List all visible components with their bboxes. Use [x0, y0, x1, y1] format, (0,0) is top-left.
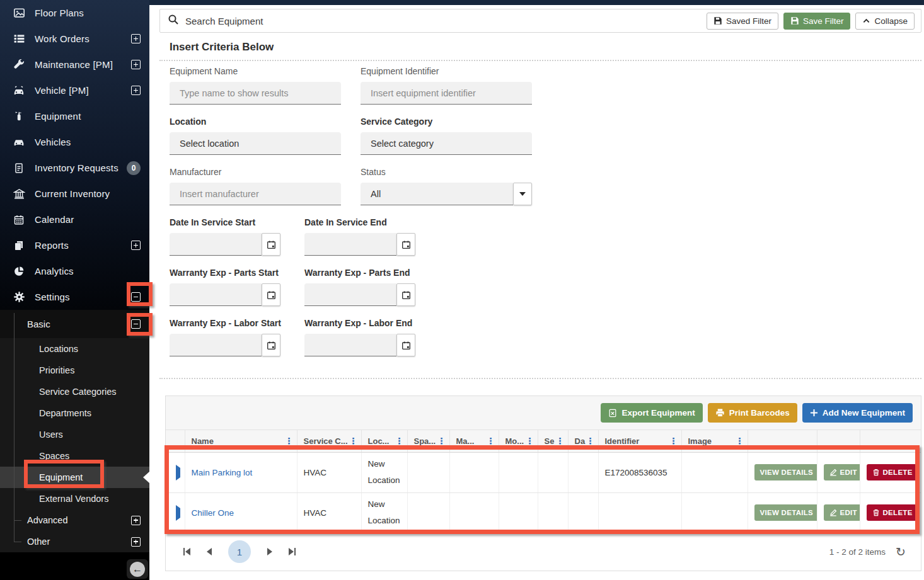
- dotted-divider: [159, 378, 921, 379]
- collapse-minus-icon[interactable]: [131, 292, 141, 302]
- warranty-parts-start-input[interactable]: [170, 283, 280, 306]
- column-menu-icon[interactable]: ⋮: [556, 436, 565, 446]
- collapse-minus-icon[interactable]: [131, 319, 141, 329]
- column-header-identifier[interactable]: Identifier⋮: [598, 430, 681, 452]
- last-page-button[interactable]: [289, 548, 296, 555]
- search-bar[interactable]: Search Equipment Saved Filter Save Filte…: [159, 9, 921, 33]
- column-header-model[interactable]: Mo...⋮: [499, 430, 538, 452]
- dropdown-arrow-button[interactable]: [513, 183, 532, 205]
- warranty-labor-start-input[interactable]: [170, 334, 280, 356]
- collapse-sidebar-button[interactable]: ←: [127, 559, 148, 579]
- delete-button[interactable]: DELETE: [867, 504, 918, 521]
- calendar-button[interactable]: [262, 283, 280, 306]
- sidebar-item-other[interactable]: Other: [0, 531, 149, 552]
- column-menu-icon[interactable]: ⋮: [349, 436, 358, 446]
- sidebar-item-users[interactable]: Users: [0, 424, 149, 445]
- sidebar-item-calendar[interactable]: Calendar: [0, 207, 149, 232]
- expand-plus-icon[interactable]: [131, 34, 141, 43]
- sidebar-item-label: Inventory Requests: [35, 162, 127, 173]
- calendar-button[interactable]: [396, 233, 415, 256]
- calendar-button[interactable]: [396, 334, 415, 356]
- sidebar-item-equipment-settings[interactable]: Equipment: [0, 467, 149, 488]
- calendar-button[interactable]: [262, 233, 280, 256]
- sidebar-item-equipment[interactable]: Equipment: [0, 103, 149, 129]
- sidebar-item-departments[interactable]: Departments: [0, 402, 149, 424]
- cell-manufacturer: [449, 452, 499, 492]
- sidebar-item-analytics[interactable]: Analytics: [0, 258, 149, 284]
- equipment-name-link[interactable]: Chiller One: [192, 508, 234, 518]
- sidebar-item-floor-plans[interactable]: Floor Plans: [0, 0, 149, 26]
- calendar-button[interactable]: [396, 283, 415, 306]
- column-menu-icon[interactable]: ⋮: [487, 436, 495, 446]
- saved-filter-button[interactable]: Saved Filter: [707, 13, 778, 30]
- calendar-button[interactable]: [262, 334, 280, 356]
- column-header-manufacturer[interactable]: Ma...⋮: [449, 430, 499, 452]
- expand-plus-icon[interactable]: [131, 537, 141, 547]
- sidebar-item-vehicles[interactable]: Vehicles: [0, 129, 149, 155]
- delete-button[interactable]: DELETE: [867, 464, 918, 480]
- manufacturer-input[interactable]: [170, 183, 341, 205]
- row-expand-icon[interactable]: [176, 505, 180, 521]
- column-menu-icon[interactable]: ⋮: [285, 436, 294, 446]
- status-dropdown[interactable]: All: [361, 183, 532, 205]
- date-in-service-start-input[interactable]: [170, 233, 280, 256]
- warranty-labor-start-label: Warranty Exp - Labor Start: [170, 318, 280, 328]
- warranty-parts-end-input[interactable]: [304, 283, 415, 306]
- sidebar-item-settings[interactable]: Settings: [0, 284, 149, 310]
- sidebar-item-work-orders[interactable]: Work Orders: [0, 26, 149, 52]
- add-new-equipment-button[interactable]: Add New Equipment: [802, 403, 913, 423]
- column-header-service-category[interactable]: Service C...⋮: [297, 430, 361, 452]
- expand-plus-icon[interactable]: [131, 516, 141, 525]
- expand-plus-icon[interactable]: [131, 241, 141, 250]
- column-header-space[interactable]: Spa...⋮: [407, 430, 449, 452]
- next-page-button[interactable]: [267, 548, 272, 555]
- previous-page-button[interactable]: [207, 548, 212, 555]
- column-header-date[interactable]: Da⋮: [568, 430, 598, 452]
- expand-plus-icon[interactable]: [131, 60, 141, 69]
- search-input[interactable]: Search Equipment: [185, 16, 707, 26]
- edit-button[interactable]: EDIT: [824, 504, 860, 521]
- sidebar-item-maintenance-pm[interactable]: Maintenance [PM]: [0, 52, 149, 77]
- service-category-select[interactable]: Select category: [361, 132, 532, 155]
- first-page-button[interactable]: [183, 548, 190, 555]
- sidebar-item-service-categories[interactable]: Service Categories: [0, 381, 149, 402]
- edit-button[interactable]: EDIT: [824, 464, 860, 480]
- sidebar-item-spaces[interactable]: Spaces: [0, 445, 149, 467]
- expand-plus-icon[interactable]: [131, 86, 141, 95]
- chevron-up-icon: [862, 17, 870, 25]
- sidebar-item-current-inventory[interactable]: Current Inventory: [0, 181, 149, 207]
- column-header-image[interactable]: Image⋮: [681, 430, 748, 452]
- column-menu-icon[interactable]: ⋮: [526, 436, 534, 446]
- sidebar-item-external-vendors[interactable]: External Vendors: [0, 488, 149, 509]
- column-menu-icon[interactable]: ⋮: [437, 436, 446, 446]
- equipment-name-input[interactable]: [170, 82, 341, 105]
- column-header-location[interactable]: Loc...⋮: [361, 430, 407, 452]
- sidebar-item-priorities[interactable]: Priorities: [0, 360, 149, 381]
- column-header-name[interactable]: Name⋮: [185, 430, 297, 452]
- warranty-labor-end-input[interactable]: [304, 334, 415, 356]
- equipment-name-link[interactable]: Main Parking lot: [192, 468, 253, 477]
- row-expand-icon[interactable]: [176, 465, 180, 480]
- column-menu-icon[interactable]: ⋮: [669, 436, 678, 446]
- sidebar-item-basic[interactable]: Basic: [0, 310, 149, 338]
- column-menu-icon[interactable]: ⋮: [586, 436, 595, 446]
- sidebar-item-locations[interactable]: Locations: [0, 338, 149, 360]
- view-details-button[interactable]: VIEW DETAILS: [754, 464, 817, 480]
- export-equipment-button[interactable]: Export Equipment: [601, 403, 702, 423]
- column-header-serial[interactable]: Se⋮: [538, 430, 568, 452]
- sidebar-item-advanced[interactable]: Advanced: [0, 509, 149, 531]
- view-details-button[interactable]: VIEW DETAILS: [754, 504, 817, 521]
- save-filter-button[interactable]: Save Filter: [783, 13, 851, 30]
- refresh-icon[interactable]: ↻: [896, 546, 906, 558]
- print-barcodes-button[interactable]: Print Barcodes: [708, 403, 797, 423]
- location-select[interactable]: Select location: [170, 132, 341, 155]
- page-number-button[interactable]: 1: [228, 540, 251, 563]
- collapse-button[interactable]: Collapse: [855, 13, 915, 30]
- equipment-identifier-input[interactable]: [361, 82, 532, 105]
- column-menu-icon[interactable]: ⋮: [736, 436, 744, 446]
- date-in-service-end-input[interactable]: [304, 233, 415, 256]
- sidebar-item-reports[interactable]: Reports: [0, 232, 149, 258]
- sidebar-item-inventory-requests[interactable]: Inventory Requests 0: [0, 155, 149, 181]
- column-menu-icon[interactable]: ⋮: [395, 436, 404, 446]
- sidebar-item-vehicle-pm[interactable]: Vehicle [PM]: [0, 77, 149, 103]
